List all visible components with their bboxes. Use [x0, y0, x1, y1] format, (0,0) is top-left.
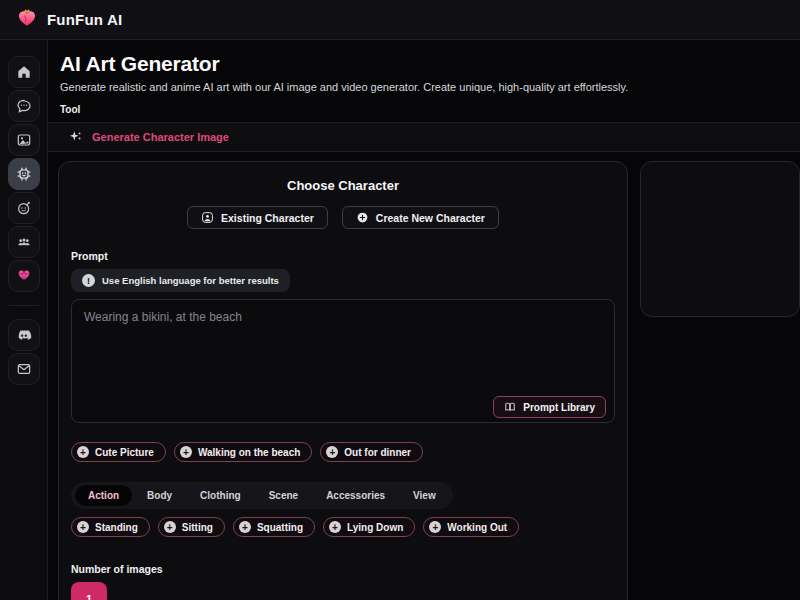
action-pill-label: Working Out	[447, 522, 507, 533]
action-pill[interactable]: + Standing	[71, 517, 150, 537]
create-new-character-label: Create New Character	[376, 212, 485, 224]
top-bar: FunFun AI	[0, 0, 800, 40]
app-root: FunFun AI	[0, 0, 800, 600]
number-of-images-label: Number of images	[71, 563, 615, 575]
sidebar-item-ai-generator[interactable]	[8, 158, 40, 190]
sparkle-icon	[68, 130, 83, 145]
plus-icon: +	[429, 521, 441, 533]
action-pill[interactable]: + Lying Down	[323, 517, 415, 537]
plus-icon: +	[77, 521, 89, 533]
existing-character-button[interactable]: Existing Character	[187, 206, 328, 229]
page-subtitle: Generate realistic and anime AI art with…	[60, 81, 786, 93]
language-notice: ! Use English language for better result…	[71, 269, 290, 292]
mail-icon	[16, 361, 32, 377]
book-icon	[504, 401, 516, 413]
action-pills: + Standing + Sitting + Squatting + Lying…	[71, 517, 615, 537]
page-title: AI Art Generator	[60, 52, 786, 76]
tool-row-generate-character-image[interactable]: Generate Character Image	[48, 122, 800, 152]
gallery-icon	[16, 132, 32, 148]
sidebar-item-discord[interactable]	[8, 319, 40, 351]
tab-clothing[interactable]: Clothing	[187, 485, 254, 506]
suggestion-label: Out for dinner	[344, 447, 411, 458]
discord-icon	[16, 327, 32, 343]
sidebar-divider	[9, 305, 39, 306]
number-of-images-selected[interactable]: 1	[71, 582, 107, 600]
robot-face-icon	[16, 200, 32, 216]
sidebar	[0, 40, 48, 600]
plus-icon: +	[77, 446, 89, 458]
action-pill-label: Lying Down	[347, 522, 403, 533]
sidebar-item-gallery[interactable]	[8, 124, 40, 156]
tab-body[interactable]: Body	[134, 485, 185, 506]
sidebar-item-favorites[interactable]	[8, 260, 40, 292]
preview-panel	[640, 161, 800, 317]
tool-link-label: Generate Character Image	[92, 131, 229, 143]
sidebar-item-community[interactable]	[8, 226, 40, 258]
plus-icon: +	[326, 446, 338, 458]
suggestion-label: Walking on the beach	[198, 447, 300, 458]
tab-action[interactable]: Action	[75, 485, 132, 506]
action-pill-label: Standing	[95, 522, 138, 533]
sidebar-item-home[interactable]	[8, 56, 40, 88]
sidebar-item-character[interactable]	[8, 192, 40, 224]
prompt-suggestions: + Cute Picture + Walking on the beach + …	[71, 442, 615, 462]
suggestion-pill[interactable]: + Out for dinner	[320, 442, 423, 462]
suggestion-pill[interactable]: + Cute Picture	[71, 442, 166, 462]
ai-generator-chip-icon	[16, 166, 32, 182]
prompt-label: Prompt	[71, 250, 615, 262]
person-icon	[201, 211, 214, 224]
action-pill[interactable]: + Sitting	[158, 517, 225, 537]
action-pill[interactable]: + Squatting	[233, 517, 315, 537]
tab-scene[interactable]: Scene	[256, 485, 311, 506]
tab-view[interactable]: View	[400, 485, 449, 506]
gem-heart-icon	[16, 268, 32, 284]
suggestion-label: Cute Picture	[95, 447, 154, 458]
chat-icon	[16, 98, 32, 114]
sidebar-item-contact[interactable]	[8, 353, 40, 385]
existing-character-label: Existing Character	[221, 212, 314, 224]
info-icon: !	[82, 274, 95, 287]
tool-section-label: Tool	[60, 104, 786, 115]
create-new-character-button[interactable]: Create New Character	[342, 206, 499, 229]
choose-character-title: Choose Character	[71, 178, 615, 193]
category-tabs: Action Body Clothing Scene Accessories V…	[71, 482, 453, 509]
plus-icon: +	[164, 521, 176, 533]
sidebar-item-chat[interactable]	[8, 90, 40, 122]
plus-icon: +	[239, 521, 251, 533]
language-notice-text: Use English language for better results	[102, 275, 279, 286]
suggestion-pill[interactable]: + Walking on the beach	[174, 442, 312, 462]
prompt-library-label: Prompt Library	[523, 402, 595, 413]
brand-name[interactable]: FunFun AI	[47, 11, 122, 28]
heart-logo-icon[interactable]	[16, 9, 38, 31]
generator-panel: Choose Character Existing Character Crea…	[58, 161, 628, 600]
action-pill-label: Squatting	[257, 522, 303, 533]
plus-icon: +	[180, 446, 192, 458]
tab-accessories[interactable]: Accessories	[313, 485, 398, 506]
main-content: AI Art Generator Generate realistic and …	[48, 40, 800, 600]
home-icon	[16, 64, 32, 80]
community-icon	[16, 234, 32, 250]
plus-circle-icon	[356, 211, 369, 224]
prompt-library-button[interactable]: Prompt Library	[493, 396, 606, 418]
action-pill-label: Sitting	[182, 522, 213, 533]
plus-icon: +	[329, 521, 341, 533]
action-pill[interactable]: + Working Out	[423, 517, 519, 537]
